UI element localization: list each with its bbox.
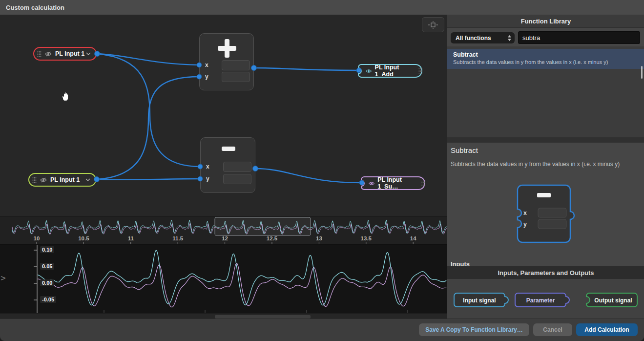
charts-canvas bbox=[0, 217, 447, 319]
chart-scrollbar-thumb[interactable] bbox=[215, 315, 311, 319]
drag-grip-icon[interactable] bbox=[32, 176, 37, 183]
function-library-header: Function Library bbox=[447, 15, 644, 28]
eye-off-icon[interactable] bbox=[45, 51, 52, 57]
y-value-field[interactable] bbox=[222, 72, 250, 82]
parameter-button[interactable]: Parameter bbox=[515, 293, 570, 307]
block-input-y-label: y bbox=[205, 73, 208, 80]
y-value-field[interactable] bbox=[223, 174, 251, 184]
x-tick-label: 13 bbox=[316, 235, 322, 241]
output-signal-label: Output signal bbox=[594, 297, 632, 304]
parameter-label: Parameter bbox=[526, 297, 555, 304]
plus-icon bbox=[225, 39, 229, 58]
io-section-title: Inputs, Parameters and Outputs bbox=[498, 269, 594, 277]
output-signal-button[interactable]: Output signal bbox=[586, 293, 642, 307]
save-copy-to-library-button[interactable]: Save A Copy To Function Library… bbox=[419, 323, 529, 336]
function-results-list: Subtract Subtracts the data values in y … bbox=[447, 46, 644, 137]
detail-plot-background[interactable] bbox=[0, 245, 447, 313]
node-label: PL Input 1_Su… bbox=[377, 176, 418, 190]
add-function-block[interactable]: x y bbox=[199, 33, 254, 90]
drag-grip-icon[interactable] bbox=[421, 180, 425, 187]
function-result-subtract[interactable]: Subtract Subtracts the data values in y … bbox=[447, 49, 644, 69]
detail-title: Subtract bbox=[451, 146, 478, 154]
result-title: Subtract bbox=[453, 51, 644, 58]
input-signal-button[interactable]: Input signal bbox=[454, 293, 509, 307]
x-tick-label: 14 bbox=[410, 235, 416, 241]
library-controls: All functions bbox=[447, 28, 644, 46]
dialog-titlebar[interactable]: Custom calculation bbox=[0, 0, 644, 15]
subtract-function-block[interactable]: x y bbox=[200, 137, 255, 193]
add-calculation-button[interactable]: Add Calculation bbox=[576, 323, 638, 336]
x-tick-label: 12 bbox=[222, 235, 228, 241]
minus-icon bbox=[222, 147, 235, 151]
output-node-pl-input-1-subtract[interactable]: PL Input 1_Su… bbox=[361, 176, 425, 190]
eye-icon[interactable] bbox=[366, 68, 372, 74]
inputs-heading: Inputs bbox=[451, 260, 470, 266]
x-value-field[interactable] bbox=[222, 60, 250, 70]
x-tick-marks bbox=[37, 242, 413, 244]
stepper-arrows-icon bbox=[507, 35, 512, 42]
x-value-field[interactable] bbox=[223, 162, 251, 172]
y-tick-label: 0.05 bbox=[40, 263, 54, 270]
custom-calculation-dialog: Custom calculation PL Input 1 PL Input 1 bbox=[0, 0, 644, 341]
io-buttons-zone: Input signal Parameter Output signal bbox=[447, 279, 644, 319]
fit-to-view-button[interactable] bbox=[422, 17, 444, 32]
chevron-down-icon[interactable] bbox=[86, 52, 91, 55]
drag-grip-icon[interactable] bbox=[37, 50, 42, 57]
signal-chart-region: 1010.51111.51212.51313.514 0.100.050.00-… bbox=[0, 216, 447, 319]
minus-icon bbox=[537, 193, 551, 197]
y-axis-unit-label: V bbox=[0, 276, 7, 280]
x-tick-label: 12.5 bbox=[267, 235, 277, 241]
subtract-block-preview: x y bbox=[516, 183, 576, 244]
x-tick-label: 13.5 bbox=[361, 235, 372, 241]
input-node-pl-input-1-bottom[interactable]: PL Input 1 bbox=[28, 173, 96, 187]
input-signal-label: Input signal bbox=[463, 297, 496, 304]
cancel-button[interactable]: Cancel bbox=[533, 323, 572, 336]
function-filter-dropdown[interactable]: All functions bbox=[451, 32, 515, 43]
eye-off-icon[interactable] bbox=[40, 177, 47, 183]
function-search-input[interactable] bbox=[518, 31, 640, 44]
function-library-panel: Function Library All functions Subtract … bbox=[447, 15, 644, 319]
y-tick-label: 0.00 bbox=[40, 279, 54, 286]
dropdown-value: All functions bbox=[456, 35, 491, 42]
block-input-y-label: y bbox=[206, 175, 209, 182]
preview-input-x-label: x bbox=[523, 210, 527, 216]
node-label: PL Input 1 bbox=[50, 176, 80, 183]
eye-icon[interactable] bbox=[369, 181, 374, 186]
chevron-down-icon[interactable] bbox=[85, 178, 90, 181]
dialog-footer: Save A Copy To Function Library… Cancel … bbox=[0, 319, 644, 341]
panel-scrollbar-thumb[interactable] bbox=[641, 66, 643, 79]
result-description: Subtracts the data values in y from the … bbox=[453, 59, 644, 65]
y-tick-label: 0.10 bbox=[40, 246, 54, 253]
output-node-pl-input-1-add[interactable]: PL Input 1_Add bbox=[358, 64, 422, 78]
preview-input-y-label: y bbox=[523, 221, 527, 228]
x-tick-label: 11.5 bbox=[172, 235, 183, 241]
panel-divider bbox=[447, 137, 644, 143]
overview-selection-rectangle[interactable] bbox=[215, 217, 311, 235]
y-tick-label: -0.05 bbox=[40, 296, 56, 303]
block-input-x-label: x bbox=[205, 62, 208, 68]
fit-to-view-icon bbox=[428, 21, 438, 29]
node-label: PL Input 1_Add bbox=[375, 64, 415, 78]
dialog-title: Custom calculation bbox=[6, 4, 64, 11]
function-detail-panel: Subtract Subtracts the data values in y … bbox=[447, 143, 644, 266]
function-library-title: Function Library bbox=[521, 18, 571, 25]
block-input-x-label: x bbox=[206, 163, 209, 170]
node-label: PL Input 1 bbox=[55, 50, 84, 57]
x-tick-label: 10.5 bbox=[78, 235, 89, 241]
io-section-header: Inputs, Parameters and Outputs bbox=[447, 266, 644, 279]
x-tick-label: 10 bbox=[34, 235, 40, 241]
x-tick-label: 11 bbox=[128, 235, 134, 241]
drag-grip-icon[interactable] bbox=[418, 67, 422, 74]
detail-description: Subtracts the data values in y from the … bbox=[451, 161, 620, 168]
input-node-pl-input-1-top[interactable]: PL Input 1 bbox=[33, 47, 97, 61]
